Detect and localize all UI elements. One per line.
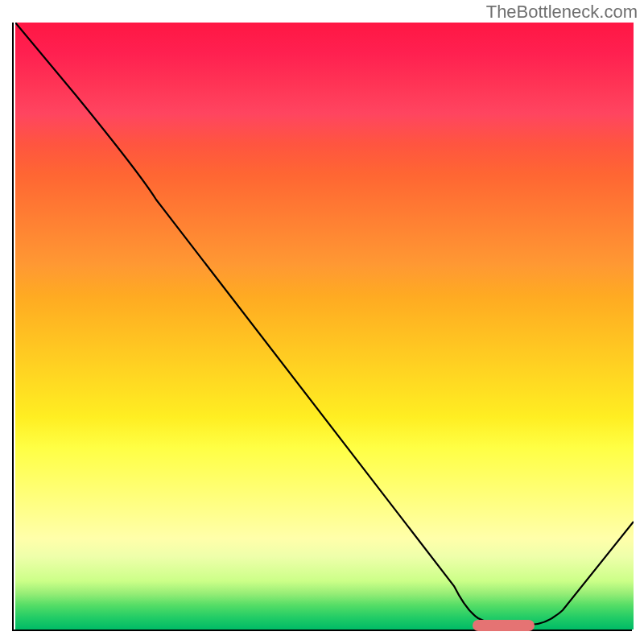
watermark-label: TheBottleneck.com bbox=[486, 2, 638, 23]
chart-container bbox=[12, 23, 632, 631]
bottleneck-curve bbox=[15, 23, 634, 630]
optimal-range-marker bbox=[473, 620, 535, 631]
plot-area bbox=[12, 23, 632, 631]
